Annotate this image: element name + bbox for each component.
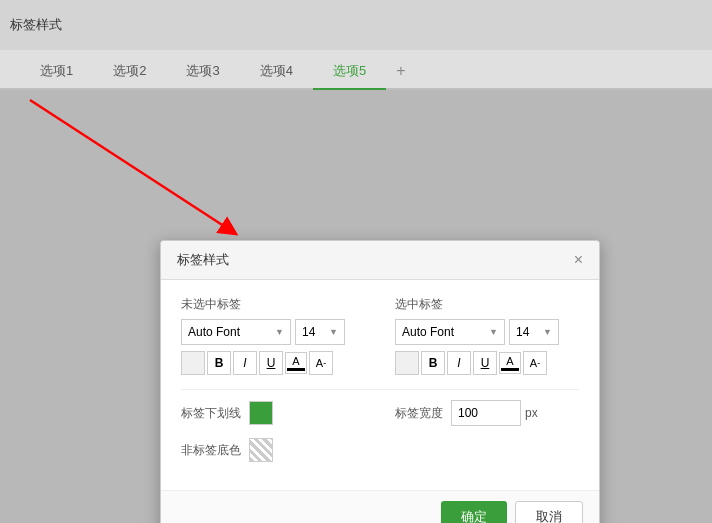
unselected-font-row: Auto Font ▼ 14 ▼ bbox=[181, 319, 365, 345]
non-tab-bg-group: 非标签底色 bbox=[181, 438, 365, 462]
dialog-body: 未选中标签 Auto Font ▼ 14 ▼ bbox=[161, 280, 599, 490]
unselected-tab-group: 未选中标签 Auto Font ▼ 14 ▼ bbox=[181, 296, 365, 375]
unselected-tab-label: 未选中标签 bbox=[181, 296, 365, 313]
dialog-footer: 确定 取消 bbox=[161, 490, 599, 523]
non-tab-bg-row: 非标签底色 bbox=[181, 438, 579, 462]
tab-width-input[interactable] bbox=[451, 400, 521, 426]
dialog-header: 标签样式 × bbox=[161, 241, 599, 280]
tab-option5[interactable]: 选项5 bbox=[313, 54, 386, 90]
top-label: 标签样式 bbox=[10, 16, 62, 34]
unselected-underline-btn[interactable]: U bbox=[259, 351, 283, 375]
selected-format-spacer bbox=[395, 351, 419, 375]
column-labels-row: 未选中标签 Auto Font ▼ 14 ▼ bbox=[181, 296, 579, 375]
underline-color-swatch[interactable] bbox=[249, 401, 273, 425]
section-divider bbox=[181, 389, 579, 390]
unselected-format-spacer bbox=[181, 351, 205, 375]
unselected-bg-color-btn[interactable]: A- bbox=[309, 351, 333, 375]
selected-underline-btn[interactable]: U bbox=[473, 351, 497, 375]
underline-color-label: 标签下划线 bbox=[181, 405, 241, 422]
main-area: 标签样式 × 未选中标签 Auto Font ▼ 14 bbox=[0, 90, 712, 523]
tab-width-label: 标签宽度 bbox=[395, 405, 443, 422]
selected-font-row: Auto Font ▼ 14 ▼ bbox=[395, 319, 579, 345]
selected-tab-group: 选中标签 Auto Font ▼ 14 ▼ bbox=[395, 296, 579, 375]
selected-font-color-btn[interactable]: A bbox=[499, 352, 521, 374]
size-select-arrow: ▼ bbox=[329, 327, 338, 337]
selected-size-select-arrow: ▼ bbox=[543, 327, 552, 337]
selected-color-bar bbox=[501, 368, 519, 371]
font-select-arrow: ▼ bbox=[275, 327, 284, 337]
selected-bg-color-btn[interactable]: A- bbox=[523, 351, 547, 375]
selected-bold-btn[interactable]: B bbox=[421, 351, 445, 375]
non-tab-bg-label: 非标签底色 bbox=[181, 442, 241, 459]
confirm-button[interactable]: 确定 bbox=[441, 501, 507, 523]
unselected-color-bar bbox=[287, 368, 305, 371]
label-style-dialog: 标签样式 × 未选中标签 Auto Font ▼ 14 bbox=[160, 240, 600, 523]
top-bar: 标签样式 bbox=[0, 0, 712, 50]
cancel-button[interactable]: 取消 bbox=[515, 501, 583, 523]
underline-color-group: 标签下划线 bbox=[181, 400, 365, 426]
non-tab-bg-swatch[interactable] bbox=[249, 438, 273, 462]
close-icon[interactable]: × bbox=[574, 252, 583, 268]
tab-bar: 选项1 选项2 选项3 选项4 选项5 + bbox=[0, 50, 712, 90]
unselected-bold-btn[interactable]: B bbox=[207, 351, 231, 375]
tab-option4[interactable]: 选项4 bbox=[240, 54, 313, 90]
dialog-title: 标签样式 bbox=[177, 251, 229, 269]
svg-line-1 bbox=[30, 100, 230, 230]
selected-tab-label: 选中标签 bbox=[395, 296, 579, 313]
unselected-format-bar: B I U A A- bbox=[181, 351, 365, 375]
unselected-size-select[interactable]: 14 ▼ bbox=[295, 319, 345, 345]
unselected-font-select[interactable]: Auto Font ▼ bbox=[181, 319, 291, 345]
tab-add[interactable]: + bbox=[386, 54, 415, 90]
selected-font-select-arrow: ▼ bbox=[489, 327, 498, 337]
selected-size-select[interactable]: 14 ▼ bbox=[509, 319, 559, 345]
px-label: px bbox=[525, 406, 538, 420]
empty-group bbox=[395, 438, 579, 462]
tab-width-input-group: px bbox=[451, 400, 538, 426]
tab-option3[interactable]: 选项3 bbox=[166, 54, 239, 90]
tab-width-group: 标签宽度 px bbox=[395, 400, 579, 426]
selected-italic-btn[interactable]: I bbox=[447, 351, 471, 375]
unselected-italic-btn[interactable]: I bbox=[233, 351, 257, 375]
tab-option1[interactable]: 选项1 bbox=[20, 54, 93, 90]
tab-option2[interactable]: 选项2 bbox=[93, 54, 166, 90]
selected-font-select[interactable]: Auto Font ▼ bbox=[395, 319, 505, 345]
unselected-font-color-btn[interactable]: A bbox=[285, 352, 307, 374]
extra-options-row: 标签下划线 标签宽度 px bbox=[181, 400, 579, 426]
selected-format-bar: B I U A A- bbox=[395, 351, 579, 375]
